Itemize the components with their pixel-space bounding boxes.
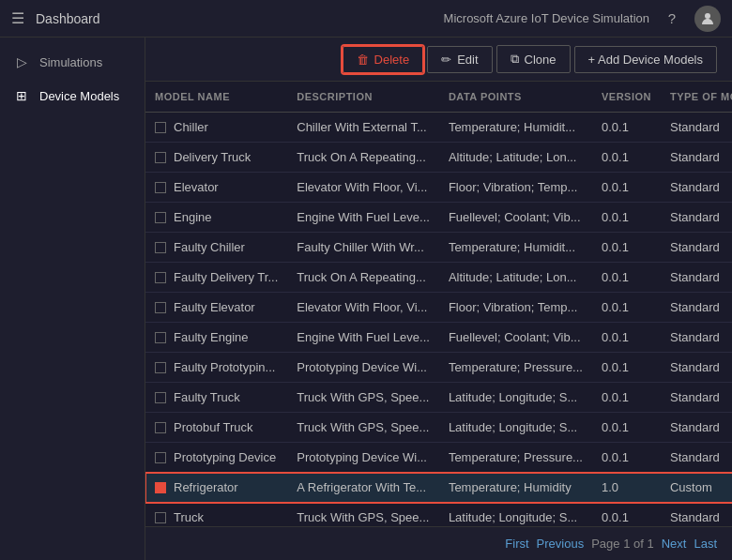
row-checkbox[interactable] [155,332,166,343]
row-checkbox[interactable] [155,392,166,403]
model-name-text: Faulty Delivery Tr... [174,270,278,284]
table-row[interactable]: Protobuf Truck Truck With GPS, Spee... L… [145,413,732,443]
table-container: MODEL NAME DESCRIPTION DATA POINTS VERSI… [145,82,732,526]
sidebar-item-device-models[interactable]: ⊞ Device Models [0,79,145,113]
content-area: 🗑 Delete ✏ Edit ⧉ Clone + Add Device Mod… [145,38,732,560]
table-row[interactable]: Faulty Delivery Tr... Truck On A Repeati… [145,263,732,293]
table-row[interactable]: Elevator Elevator With Floor, Vi... Floo… [145,173,732,203]
cell-description: Truck With GPS, Spee... [287,503,439,527]
sidebar: ▷ Simulations ⊞ Device Models [0,38,145,560]
row-checkbox[interactable] [155,152,166,163]
model-name-text: Prototyping Device [174,450,276,464]
cell-version: 0.0.1 [592,143,661,173]
row-checkbox[interactable] [155,512,166,523]
table-row[interactable]: Faulty Chiller Faulty Chiller With Wr...… [145,233,732,263]
cell-model-name: Faulty Truck [145,383,287,413]
cell-model-name: Refrigerator [145,473,287,503]
cell-model-name: Chiller [145,113,287,143]
cell-description: Prototyping Device Wi... [287,353,439,383]
cell-type-of-model: Standard [661,143,732,173]
cell-model-name: Faulty Elevator [145,293,287,323]
row-checkbox[interactable] [155,182,166,193]
cell-type-of-model: Standard [661,353,732,383]
model-name-text: Engine [174,210,211,224]
row-checkbox[interactable] [155,362,166,373]
model-name-text: Truck [174,510,204,524]
cell-data-points: Altitude; Latitude; Lon... [439,263,592,293]
table-row[interactable]: Faulty Elevator Elevator With Floor, Vi.… [145,293,732,323]
cell-description: Faulty Chiller With Wr... [287,233,439,263]
edit-button[interactable]: ✏ Edit [427,46,492,73]
avatar-button[interactable] [694,6,721,32]
model-name-text: Refrigerator [174,480,238,494]
cell-version: 0.0.1 [592,353,661,383]
row-checkbox[interactable] [155,212,166,223]
table-row[interactable]: Refrigerator A Refrigerator With Te... T… [145,473,732,503]
cell-data-points: Temperature; Pressure... [439,353,592,383]
cell-data-points: Latitude; Longitude; S... [439,383,592,413]
cell-version: 0.0.1 [592,293,661,323]
cell-type-of-model: Standard [661,413,732,443]
pagination-next[interactable]: Next [662,537,687,551]
main-layout: ▷ Simulations ⊞ Device Models 🗑 Delete ✏… [0,38,732,560]
simulations-icon: ▷ [13,54,30,69]
edit-icon: ✏ [441,53,451,67]
row-checkbox[interactable] [155,452,166,463]
cell-description: Elevator With Floor, Vi... [287,293,439,323]
cell-model-name: Faulty Engine [145,323,287,353]
cell-data-points: Temperature; Humidit... [439,113,592,143]
col-header-description: DESCRIPTION [287,82,439,113]
cell-version: 0.0.1 [592,173,661,203]
row-checkbox[interactable] [155,302,166,313]
col-header-type-of-model: TYPE OF MODEL [661,82,732,113]
svg-point-0 [705,13,710,19]
cell-version: 0.0.1 [592,113,661,143]
pagination-previous[interactable]: Previous [537,537,585,551]
delete-icon: 🗑 [357,53,369,67]
table-row[interactable]: Chiller Chiller With External T... Tempe… [145,113,732,143]
cell-model-name: Faulty Delivery Tr... [145,263,287,293]
table-row[interactable]: Engine Engine With Fuel Leve... Fuelleve… [145,203,732,233]
table-row[interactable]: Faulty Prototypin... Prototyping Device … [145,353,732,383]
clone-icon: ⧉ [511,52,519,67]
table-row[interactable]: Faulty Engine Engine With Fuel Leve... F… [145,323,732,353]
row-checkbox[interactable] [155,242,166,253]
edit-label: Edit [457,53,478,67]
table-row[interactable]: Truck Truck With GPS, Spee... Latitude; … [145,503,732,527]
table-row[interactable]: Prototyping Device Prototyping Device Wi… [145,443,732,473]
row-checkbox[interactable] [155,482,166,493]
model-name-text: Elevator [174,180,219,194]
sidebar-item-simulations[interactable]: ▷ Simulations [0,45,145,79]
table-row[interactable]: Faulty Truck Truck With GPS, Spee... Lat… [145,383,732,413]
cell-data-points: Latitude; Longitude; S... [439,413,592,443]
table-row[interactable]: Delivery Truck Truck On A Repeating... A… [145,143,732,173]
hamburger-icon[interactable]: ☰ [11,9,24,27]
row-checkbox[interactable] [155,122,166,133]
help-button[interactable]: ? [659,6,685,32]
model-name-text: Protobuf Truck [174,420,253,434]
cell-version: 0.0.1 [592,233,661,263]
model-name-text: Faulty Elevator [174,300,255,314]
cell-data-points: Fuellevel; Coolant; Vib... [439,203,592,233]
top-bar: ☰ Dashboard Microsoft Azure IoT Device S… [0,0,732,38]
add-device-models-button[interactable]: + Add Device Models [574,46,717,73]
cell-data-points: Latitude; Longitude; S... [439,503,592,527]
action-toolbar: 🗑 Delete ✏ Edit ⧉ Clone + Add Device Mod… [145,38,732,82]
col-header-model-name: MODEL NAME [145,82,287,113]
row-checkbox[interactable] [155,272,166,283]
row-checkbox[interactable] [155,422,166,433]
col-header-version: VERSION [592,82,661,113]
pagination-last[interactable]: Last [694,537,717,551]
pagination-first[interactable]: First [505,537,528,551]
page-title: Dashboard [36,11,100,26]
cell-data-points: Altitude; Latitude; Lon... [439,143,592,173]
clone-button[interactable]: ⧉ Clone [496,45,571,73]
model-name-text: Faulty Engine [174,330,249,344]
pagination-page-info: Page 1 of 1 [591,537,654,551]
cell-model-name: Elevator [145,173,287,203]
cell-version: 0.0.1 [592,203,661,233]
delete-button[interactable]: 🗑 Delete [343,46,424,73]
model-name-text: Faulty Prototypin... [174,360,275,374]
cell-description: Chiller With External T... [287,113,439,143]
cell-model-name: Truck [145,503,287,527]
